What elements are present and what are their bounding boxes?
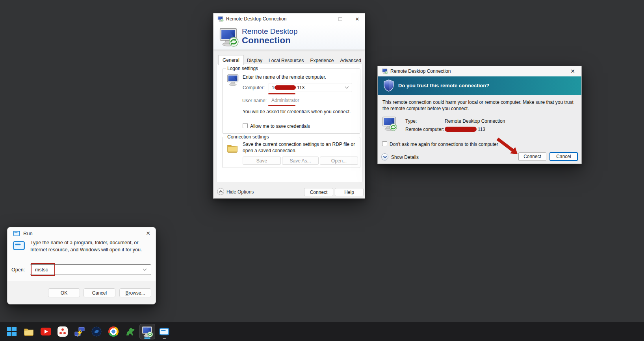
annotation-underline (268, 93, 295, 94)
save-credentials-checkbox[interactable] (243, 123, 248, 128)
file-explorer-icon (23, 326, 34, 337)
tab-local-resources[interactable]: Local Resources (265, 56, 307, 65)
connection-group-label: Connection settings (226, 134, 270, 140)
run-icon (13, 240, 25, 251)
computer-label: Computer: (243, 85, 265, 90)
taskbar (0, 322, 644, 341)
save-as-button[interactable]: Save As... (282, 157, 319, 165)
username-label: User name: (242, 98, 267, 103)
rdc-main-window: Remote Desktop Connection — ✕ Remote Des… (213, 13, 365, 199)
brand-line1: Remote Desktop (242, 27, 298, 36)
logon-settings-group: Logon settings Enter the name of the rem… (222, 68, 360, 134)
trust-warning-text: This remote connection could harm your l… (382, 99, 579, 112)
logon-instruction: Enter the name of the remote computer. (243, 74, 326, 80)
start-button[interactable] (4, 324, 20, 339)
chevron-down-icon[interactable] (143, 267, 147, 271)
open-window-indicator (163, 338, 166, 339)
username-field[interactable]: Administrator (269, 96, 352, 104)
taskbar-icon-pc-transfer-app[interactable] (72, 324, 87, 339)
red-dots-app-icon (58, 326, 68, 337)
trust-window-title: Remote Desktop Connection (390, 68, 451, 74)
blue-orb-icon (91, 326, 102, 337)
rdc-titlebar[interactable]: Remote Desktop Connection — ✕ (213, 13, 365, 24)
computer-combobox[interactable]: 1 113 (269, 83, 352, 92)
shield-icon (383, 79, 394, 92)
run-titlebar[interactable]: Run ✕ (7, 227, 156, 239)
taskbar-icon-run-window[interactable] (156, 324, 172, 339)
open-label: Open: (11, 267, 25, 273)
taskbar-icon-file-explorer[interactable] (21, 324, 37, 339)
computer-value-suffix: 113 (297, 85, 304, 90)
help-button[interactable]: Help (335, 188, 364, 196)
tab-panel-general: Logon settings Enter the name of the rem… (217, 64, 362, 182)
chevron-down-icon[interactable] (345, 85, 349, 88)
ok-button[interactable]: OK (48, 288, 80, 297)
tab-advanced[interactable]: Advanced (337, 56, 364, 65)
cancel-button[interactable]: Cancel (84, 288, 115, 297)
connection-description: Save the current connection settings to … (243, 142, 358, 154)
type-value: Remote Desktop Connection (445, 118, 505, 124)
rdp-app-icon (217, 16, 224, 22)
minimize-button[interactable]: — (317, 13, 330, 24)
taskbar-icon-youtube[interactable] (38, 324, 54, 339)
rdp-app-icon (382, 68, 388, 74)
trust-titlebar[interactable]: Remote Desktop Connection ✕ (378, 66, 581, 76)
open-button[interactable]: Open... (320, 157, 358, 165)
computer-value-prefix: 1 (272, 85, 275, 90)
hide-options-label: Hide Options (226, 189, 254, 195)
annotation-underline (268, 105, 295, 106)
run-description: Type the name of a program, folder, docu… (30, 239, 153, 253)
show-details-label: Show Details (391, 155, 419, 160)
chevron-up-icon (219, 190, 223, 194)
tab-display[interactable]: Display (244, 56, 265, 65)
connect-button[interactable]: Connect (304, 188, 333, 196)
computer-icon (226, 74, 240, 86)
taskbar-icon-remote-desktop[interactable] (139, 324, 155, 339)
save-button[interactable]: Save (243, 157, 281, 165)
trust-connect-button[interactable]: Connect (518, 152, 546, 161)
pc-transfer-icon (74, 326, 85, 337)
trust-question: Do you trust this remote connection? (398, 83, 489, 88)
run-footer: OK Cancel Browse... (7, 281, 156, 304)
redaction-mark (445, 127, 477, 132)
taskbar-icon-chrome[interactable] (106, 324, 121, 339)
annotation-box (31, 263, 55, 276)
brand-line2: Connection (242, 35, 291, 46)
taskbar-icon-green-dog-app[interactable] (122, 324, 138, 339)
taskbar-icon-red-dots-app[interactable] (55, 324, 71, 339)
close-button[interactable]: ✕ (351, 13, 364, 24)
browse-button[interactable]: Browse... (119, 288, 151, 297)
remote-computer-value-suffix: 113 (478, 127, 485, 132)
run-app-icon (13, 230, 20, 237)
tab-experience[interactable]: Experience (307, 56, 337, 65)
hide-options-button[interactable] (217, 188, 224, 195)
run-window-icon (159, 327, 169, 336)
green-dog-icon (125, 326, 135, 337)
username-value: Administrator (271, 98, 299, 103)
run-dialog: Run ✕ Type the name of a program, folder… (7, 227, 156, 304)
rdc-tab-strip: General Display Local Resources Experien… (218, 55, 364, 65)
rdc-window-title: Remote Desktop Connection (226, 16, 286, 22)
show-details-button[interactable] (381, 153, 388, 160)
trust-banner: Do you trust this remote connection? (378, 76, 581, 95)
chrome-icon (108, 326, 119, 337)
rdp-logo-icon (219, 27, 239, 47)
redaction-mark (275, 85, 296, 90)
maximize-button[interactable] (334, 13, 347, 24)
logon-group-label: Logon settings (226, 66, 260, 71)
connection-settings-group: Connection settings Save the current con… (222, 137, 360, 168)
tab-general[interactable]: General (218, 55, 244, 65)
type-label: Type: (405, 118, 417, 124)
remote-computer-label: Remote computer: (405, 127, 444, 132)
taskbar-icon-blue-orb-app[interactable] (89, 324, 104, 339)
dont-ask-checkbox[interactable] (382, 141, 387, 146)
close-button[interactable]: ✕ (566, 66, 579, 76)
dont-ask-label: Don't ask me again for connections to th… (390, 142, 498, 147)
youtube-icon (41, 328, 51, 335)
credentials-note: You will be asked for credentials when y… (243, 109, 351, 114)
rdc-brand-header: Remote Desktop Connection (213, 24, 365, 50)
close-button[interactable]: ✕ (141, 227, 155, 239)
annotation-arrow (496, 137, 519, 157)
trust-cancel-button[interactable]: Cancel (549, 152, 578, 161)
chevron-down-icon (383, 154, 387, 158)
